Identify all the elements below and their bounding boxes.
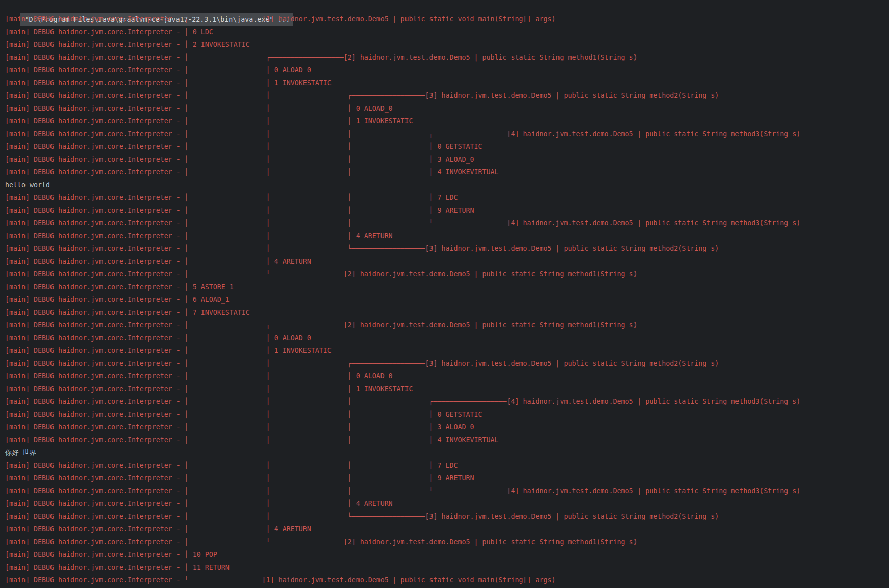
method-exit-line: [main] DEBUG haidnor.jvm.core.Interprete… (0, 217, 889, 229)
method-enter-line: [main] DEBUG haidnor.jvm.core.Interprete… (0, 127, 889, 140)
instruction-line: [main] DEBUG haidnor.jvm.core.Interprete… (0, 293, 889, 306)
instruction-line: [main] DEBUG haidnor.jvm.core.Interprete… (0, 280, 889, 293)
instruction-line: [main] DEBUG haidnor.jvm.core.Interprete… (0, 255, 889, 268)
instruction-line: [main] DEBUG haidnor.jvm.core.Interprete… (0, 306, 889, 319)
method-enter-line: [main] DEBUG haidnor.jvm.core.Interprete… (0, 357, 889, 370)
stdout-line: 你好 世界 (0, 446, 889, 459)
method-enter-line: [main] DEBUG haidnor.jvm.core.Interprete… (0, 89, 889, 102)
instruction-line: [main] DEBUG haidnor.jvm.core.Interprete… (0, 331, 889, 344)
instruction-line: [main] DEBUG haidnor.jvm.core.Interprete… (0, 166, 889, 178)
instruction-line: [main] DEBUG haidnor.jvm.core.Interprete… (0, 102, 889, 115)
instruction-line: [main] DEBUG haidnor.jvm.core.Interprete… (0, 38, 889, 51)
terminal-window: "D:\Program Files\Java\graalvm-ce-java17… (0, 0, 889, 588)
instruction-line: [main] DEBUG haidnor.jvm.core.Interprete… (0, 191, 889, 204)
instruction-line: [main] DEBUG haidnor.jvm.core.Interprete… (0, 472, 889, 484)
instruction-line: [main] DEBUG haidnor.jvm.core.Interprete… (0, 140, 889, 153)
method-exit-line: [main] DEBUG haidnor.jvm.core.Interprete… (0, 242, 889, 255)
instruction-line: [main] DEBUG haidnor.jvm.core.Interprete… (0, 229, 889, 242)
instruction-line: [main] DEBUG haidnor.jvm.core.Interprete… (0, 76, 889, 89)
method-enter-line: [main] DEBUG haidnor.jvm.core.Interprete… (0, 319, 889, 331)
instruction-line: [main] DEBUG haidnor.jvm.core.Interprete… (0, 523, 889, 535)
method-exit-line: [main] DEBUG haidnor.jvm.core.Interprete… (0, 268, 889, 280)
method-enter-line: [main] DEBUG haidnor.jvm.core.Interprete… (0, 395, 889, 408)
method-exit-line: [main] DEBUG haidnor.jvm.core.Interprete… (0, 510, 889, 523)
method-exit-line: [main] DEBUG haidnor.jvm.core.Interprete… (0, 574, 889, 586)
instruction-line: [main] DEBUG haidnor.jvm.core.Interprete… (0, 382, 889, 395)
instruction-line: [main] DEBUG haidnor.jvm.core.Interprete… (0, 25, 889, 38)
instruction-line: [main] DEBUG haidnor.jvm.core.Interprete… (0, 204, 889, 217)
instruction-line: [main] DEBUG haidnor.jvm.core.Interprete… (0, 561, 889, 574)
instruction-line: [main] DEBUG haidnor.jvm.core.Interprete… (0, 344, 889, 357)
instruction-line: [main] DEBUG haidnor.jvm.core.Interprete… (0, 421, 889, 433)
instruction-line: [main] DEBUG haidnor.jvm.core.Interprete… (0, 115, 889, 127)
instruction-line: [main] DEBUG haidnor.jvm.core.Interprete… (0, 497, 889, 510)
instruction-line: [main] DEBUG haidnor.jvm.core.Interprete… (0, 153, 889, 166)
instruction-line: [main] DEBUG haidnor.jvm.core.Interprete… (0, 433, 889, 446)
method-enter-line: [main] DEBUG haidnor.jvm.core.Interprete… (0, 51, 889, 64)
method-exit-line: [main] DEBUG haidnor.jvm.core.Interprete… (0, 535, 889, 548)
instruction-line: [main] DEBUG haidnor.jvm.core.Interprete… (0, 64, 889, 76)
instruction-line: [main] DEBUG haidnor.jvm.core.Interprete… (0, 548, 889, 561)
method-enter-line: [main] DEBUG haidnor.jvm.core.Interprete… (0, 13, 889, 25)
stdout-line: hello world (0, 178, 889, 191)
instruction-line: [main] DEBUG haidnor.jvm.core.Interprete… (0, 370, 889, 382)
method-exit-line: [main] DEBUG haidnor.jvm.core.Interprete… (0, 484, 889, 497)
instruction-line: [main] DEBUG haidnor.jvm.core.Interprete… (0, 459, 889, 472)
instruction-line: [main] DEBUG haidnor.jvm.core.Interprete… (0, 408, 889, 421)
command-line-bar: "D:\Program Files\Java\graalvm-ce-java17… (0, 0, 889, 13)
console-output[interactable]: [main] DEBUG haidnor.jvm.core.Interprete… (0, 13, 889, 586)
